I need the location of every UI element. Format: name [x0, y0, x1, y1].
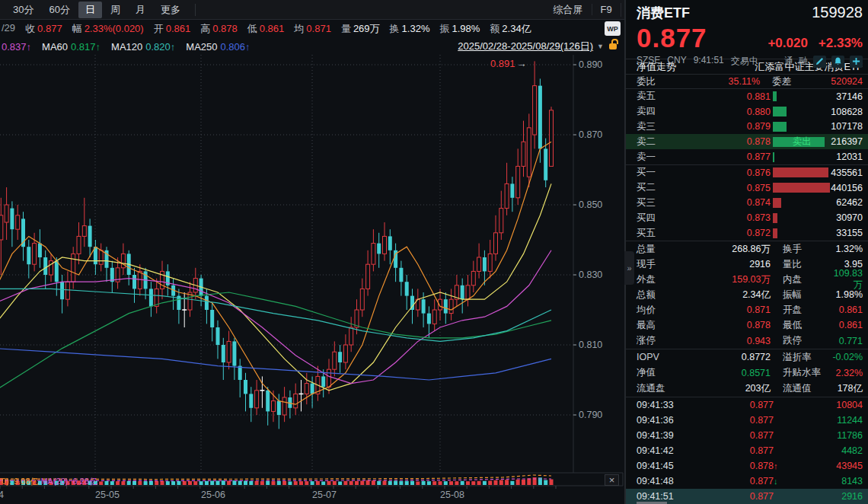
- stat-label: 溢折率: [771, 351, 830, 364]
- stat-value: 0.8571: [681, 368, 771, 378]
- order-volume-bar: [773, 122, 787, 132]
- tab-period-更多[interactable]: 更多: [154, 2, 187, 18]
- order-volume-zone: 62462: [773, 196, 863, 211]
- alert-bell-icon[interactable]: [831, 56, 844, 68]
- ma-value: 0.817↑: [71, 41, 101, 53]
- bid-row-买五[interactable]: 买五0.87233155: [626, 225, 868, 241]
- order-volume-zone: 107178: [773, 120, 863, 135]
- panel-collapse-handle[interactable]: »: [624, 251, 634, 285]
- quote-field: 振1.98%: [439, 22, 480, 36]
- order-price: 0.881: [670, 91, 771, 102]
- stat-value: 0.943: [681, 336, 771, 346]
- stat-label: 内盘: [771, 273, 830, 286]
- stat-label: 振幅: [771, 289, 830, 301]
- date-range-selector[interactable]: 2025/02/28-2025/08/29(126日) ▼: [458, 40, 617, 53]
- stat-label: 外盘: [637, 273, 681, 286]
- tick-price: 0.877: [690, 400, 774, 410]
- candlestick-chart-area[interactable]: 0.8900.8700.8500.8300.8100.79025-0425-05…: [0, 55, 624, 504]
- tick-row[interactable]: 09:41:390.87711786: [626, 428, 868, 443]
- order-level-label: 买四: [637, 212, 670, 225]
- tab-period-60分[interactable]: 60分: [42, 2, 76, 18]
- tick-row[interactable]: 09:41:480.877↓8143: [626, 474, 868, 489]
- stat-label: 开盘: [771, 304, 830, 317]
- quote-field-value: 0.861: [260, 23, 285, 34]
- bid-row-买二[interactable]: 买二0.875440156: [626, 180, 868, 196]
- tick-volume: 4482: [784, 445, 863, 456]
- tab-period-周[interactable]: 周: [104, 2, 127, 18]
- quote-field-value: 2.34亿: [502, 23, 531, 34]
- price-change-pct: +2.33%: [819, 36, 863, 51]
- order-price: 0.872: [670, 228, 771, 238]
- tick-row[interactable]: 09:41:450.878↑43945: [626, 458, 868, 474]
- tick-time: 09:41:36: [637, 415, 690, 426]
- stat-value: 268.86万: [681, 243, 771, 256]
- currency-label: CNY: [667, 55, 686, 68]
- tab-period-日[interactable]: 日: [78, 2, 102, 18]
- tab-period-30分[interactable]: 30分: [6, 2, 40, 18]
- order-level-label: 买一: [637, 166, 670, 179]
- svg-text:0.790: 0.790: [579, 410, 602, 420]
- quote-field-label: 开: [154, 23, 164, 34]
- stat-row: 均价0.871开盘0.861: [626, 302, 868, 317]
- quote-field-label: 收: [25, 23, 35, 34]
- quote-field-label: 均: [294, 23, 304, 34]
- close-volume-pane-icon[interactable]: ×: [605, 474, 619, 486]
- bid-row-买一[interactable]: 买一0.876435561: [626, 165, 868, 180]
- stat-label: 量比: [771, 258, 830, 271]
- ask-row-卖二[interactable]: 卖二0.878卖出216397: [626, 134, 868, 149]
- menu-item-综合屏[interactable]: 综合屏: [545, 3, 592, 17]
- tab-period-月[interactable]: 月: [129, 2, 152, 18]
- period-tabs: 30分60分日周月更多: [6, 2, 189, 18]
- order-volume: 107178: [831, 121, 863, 132]
- annotation-arrow-icon: →: [517, 58, 527, 69]
- order-volume-bar: [773, 152, 774, 162]
- tick-price: 0.877: [690, 415, 774, 426]
- stat-value: 1.98%: [830, 289, 863, 300]
- add-plus-icon[interactable]: [850, 56, 863, 68]
- tick-row[interactable]: 09:41:420.8774482: [626, 443, 868, 458]
- tick-time: 09:41:51: [637, 491, 690, 502]
- bid-row-买四[interactable]: 买四0.87330970: [626, 210, 868, 225]
- stat-row: 涨停0.943跌停0.771: [626, 333, 868, 349]
- svg-text:25-04: 25-04: [0, 490, 4, 500]
- edit-pencil-icon[interactable]: [813, 56, 826, 68]
- tick-price: 0.877: [690, 445, 774, 456]
- quote-field-value: 1.32%: [402, 23, 430, 34]
- order-volume-bar: [773, 198, 781, 208]
- tick-time: 09:41:39: [637, 430, 690, 441]
- stat-value: 0.861: [830, 320, 863, 330]
- quote-field: 高0.878: [200, 22, 238, 36]
- stat-row: 外盘159.03万内盘109.83万: [626, 272, 868, 287]
- tick-price: 0.877: [690, 491, 774, 502]
- stat-value: 1.32%: [830, 244, 863, 254]
- order-volume-bar: [773, 107, 787, 116]
- quote-field: 幅2.33%(0.020): [72, 22, 144, 36]
- order-volume-bar: [773, 213, 777, 223]
- quote-field-value: /29: [2, 22, 15, 33]
- bid-row-买三[interactable]: 买三0.87462462: [626, 196, 868, 211]
- order-volume-bar: [773, 91, 777, 101]
- wp-tool-icon[interactable]: WP: [605, 21, 621, 36]
- ask-row-卖五[interactable]: 卖五0.88137146: [626, 89, 868, 104]
- quote-field-value: 269万: [353, 23, 380, 34]
- quote-field: 开0.861: [154, 22, 191, 36]
- tick-row[interactable]: 09:41:360.87711244: [626, 413, 868, 428]
- quote-field-value: 1.98%: [452, 23, 480, 34]
- weibi-label: 委比: [637, 75, 670, 88]
- ask-row-卖四[interactable]: 卖四0.880108628: [626, 104, 868, 120]
- tick-row[interactable]: 09:41:330.87710804: [626, 397, 868, 413]
- candlestick-chart[interactable]: 0.8900.8700.8500.8300.8100.79025-0425-05…: [0, 55, 624, 504]
- date-range-label: 2025/02/28-2025/08/29(126日): [458, 40, 593, 53]
- unlock-icon[interactable]: [609, 43, 617, 49]
- menu-item-F9[interactable]: F9: [592, 4, 621, 15]
- order-level-label: 买五: [637, 227, 670, 240]
- quote-items: /29收0.877幅2.33%(0.020)开0.861高0.878低0.861…: [2, 22, 531, 36]
- ask-row-卖三[interactable]: 卖三0.879107178: [626, 120, 868, 135]
- ask-row-卖一[interactable]: 卖一0.87712031: [626, 149, 868, 164]
- price-change: +0.020: [767, 36, 807, 51]
- order-volume-zone: 440156: [773, 180, 863, 196]
- stat-label: 最低: [771, 319, 830, 332]
- stat-value: 0.878: [681, 320, 771, 330]
- stat-value: 2.34亿: [681, 289, 771, 301]
- quote-field-value: 0.861: [166, 23, 191, 34]
